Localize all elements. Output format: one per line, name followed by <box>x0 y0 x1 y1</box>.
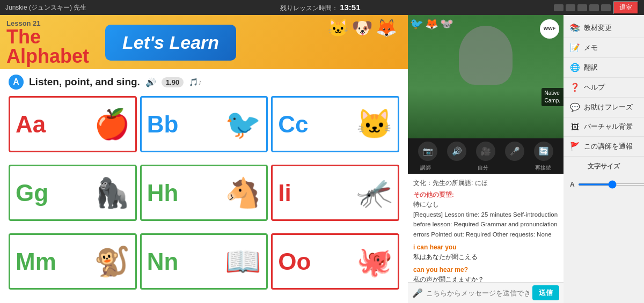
sidebar-icon-5: 🖼 <box>570 122 580 131</box>
alpha-image: 🐙 <box>356 245 392 278</box>
timer-label: 残りレッスン時間： <box>280 4 338 12</box>
sidebar: 📚教材変更📝メモ🌐翻訳❓ヘルプ💬お助けフレーズ🖼バーチャル背景🚩この講師を通報 … <box>564 15 644 303</box>
volume-button[interactable]: 🔊 <box>447 142 466 161</box>
font-size-title: 文字サイズ <box>570 162 638 171</box>
label-self: 自分 <box>478 164 488 172</box>
screen-controls: 退室 <box>554 1 639 14</box>
main-area: Lesson 21 The Alphabet Let's Learn 🐱 🐶 🦊… <box>0 15 644 303</box>
sidebar-item-4[interactable]: 💬お助けフレーズ <box>564 98 644 117</box>
speed-badge: 1.90 <box>162 77 184 87</box>
alpha-image: 🦍 <box>94 176 130 210</box>
section-a-text: Listen, point, and sing. <box>29 76 140 88</box>
alpha-image: 🦟 <box>356 176 392 210</box>
font-size-control: 文字サイズ <box>564 157 644 179</box>
camera-on-button[interactable]: 🎥 <box>476 142 495 161</box>
sidebar-item-1[interactable]: 📝メモ <box>564 38 644 58</box>
alpha-card-cc: Cc🐱 <box>271 96 399 152</box>
alpha-card-bb: Bb🐦 <box>140 96 268 152</box>
chat-message-2: can you hear me? 私の声が聞こえますか？ <box>413 265 558 282</box>
lesson-title-block: Lesson 21 The Alphabet <box>6 19 89 66</box>
sidebar-item-2[interactable]: 🌐翻訳 <box>564 58 644 78</box>
alpha-card-mm: Mm🐒 <box>9 233 137 290</box>
volume-group: 🔊 <box>447 142 466 161</box>
alpha-image: 🍎 <box>94 107 130 141</box>
lesson-title-the: The <box>6 27 89 47</box>
alpha-card-aa: Aa🍎 <box>9 96 137 152</box>
alpha-card-nn: Nn📖 <box>140 233 268 290</box>
sidebar-icon-4: 💬 <box>570 102 580 112</box>
section-a-label: A Listen, point, and sing. 🔊 1.90 🎵♪ <box>9 75 399 90</box>
font-small-label: A <box>570 181 575 188</box>
camera-off-group: 📷 <box>418 142 437 161</box>
wwf-logo: WWF <box>540 19 559 39</box>
alpha-image: 📖 <box>225 245 261 278</box>
lesson-header: Lesson 21 The Alphabet Let's Learn 🐱 🐶 🦊 <box>0 15 408 69</box>
sidebar-item-3[interactable]: ❓ヘルプ <box>564 78 644 98</box>
reconnect-button[interactable]: 🔄 <box>534 142 553 161</box>
audio-icon[interactable]: 🔊 <box>145 77 156 87</box>
send-button[interactable]: 送信 <box>532 285 559 300</box>
camera-on-group: 🎥 <box>476 142 495 161</box>
alpha-letter: Hh <box>147 181 179 205</box>
sidebar-item-0[interactable]: 📚教材変更 <box>564 18 644 38</box>
section-circle-a: A <box>9 75 24 90</box>
sidebar-icon-0: 📚 <box>570 23 580 33</box>
reconnect-group: 🔄 <box>534 142 553 161</box>
music-notes: 🎵♪ <box>189 78 202 86</box>
alphabet-grid: Aa🍎Bb🐦Cc🐱Gg🦍Hh🐴Ii🦟Mm🐒Nn📖Oo🐙 <box>0 93 408 303</box>
sidebar-label-3: ヘルプ <box>584 83 605 92</box>
camera-off-button[interactable]: 📷 <box>418 142 437 161</box>
teacher-avatar <box>459 26 513 85</box>
chat-area: 文化：先生の所属語: にほ その他の要望: 特になし [Requests] Le… <box>408 174 564 303</box>
alpha-letter: Gg <box>16 181 48 205</box>
header-decorations: 🐱 🐶 🦊 <box>327 18 397 38</box>
alpha-card-gg: Gg🦍 <box>9 165 137 221</box>
alpha-card-ii: Ii🦟 <box>271 165 399 221</box>
alpha-letter: Nn <box>147 250 179 274</box>
chat-input-row: 🎤 送信 <box>408 282 564 303</box>
alpha-card-hh: Hh🐴 <box>140 165 268 221</box>
lets-learn-banner: Let's Learn <box>105 25 236 61</box>
label-reconnect: 再接続 <box>535 164 551 172</box>
alpha-card-oo: Oo🐙 <box>271 233 399 290</box>
mic-group: 🎤 <box>505 142 524 161</box>
exit-button[interactable]: 退室 <box>613 1 639 14</box>
chat-input[interactable] <box>426 289 529 297</box>
timer-value: 13:51 <box>340 3 360 12</box>
section-a: A Listen, point, and sing. 🔊 1.90 🎵♪ <box>0 69 408 93</box>
video-area: WWF NativeCamp. 🐦 🦊 🐭 <box>408 15 564 138</box>
sidebar-item-5[interactable]: 🖼バーチャル背景 <box>564 117 644 137</box>
alpha-image: 🐴 <box>225 176 261 210</box>
alpha-letter: Bb <box>147 113 179 136</box>
lesson-area: Lesson 21 The Alphabet Let's Learn 🐱 🐶 🦊… <box>0 15 408 303</box>
alpha-image: 🐱 <box>356 107 392 141</box>
alpha-letter: Aa <box>16 113 46 136</box>
chat-requests: その他の要望: 特になし [Requests] Lesson time: 25 … <box>413 190 558 239</box>
native-camp-badge: NativeCamp. <box>541 88 564 106</box>
sidebar-icon-2: 🌐 <box>570 63 580 72</box>
alpha-letter: Ii <box>278 181 291 205</box>
alpha-letter: Oo <box>278 250 311 274</box>
alpha-letter: Mm <box>16 250 56 274</box>
alpha-image: 🐒 <box>94 245 130 278</box>
sidebar-label-1: メモ <box>584 43 598 53</box>
sidebar-items: 📚教材変更📝メモ🌐翻訳❓ヘルプ💬お助けフレーズ🖼バーチャル背景🚩この講師を通報 <box>564 18 644 157</box>
chat-message-1: i can hear you 私はあなたが聞こえる <box>413 242 558 262</box>
timer-display: 残りレッスン時間： 13:51 <box>280 3 361 13</box>
top-bar: Junskie (ジュンスキー) 先生 残りレッスン時間： 13:51 退室 <box>0 0 644 15</box>
alpha-letter: Cc <box>278 113 308 136</box>
sidebar-label-5: バーチャル背景 <box>584 122 633 131</box>
teacher-name: Junskie (ジュンスキー) 先生 <box>5 3 86 12</box>
sidebar-label-6: この講師を通報 <box>584 142 633 151</box>
sidebar-icon-3: ❓ <box>570 83 580 92</box>
mic-button[interactable]: 🎤 <box>505 142 524 161</box>
font-size-slider[interactable] <box>578 183 644 186</box>
video-controls: 📷 🔊 🎥 🎤 🔄 <box>408 138 564 164</box>
lesson-title-alphabet: Alphabet <box>6 47 89 66</box>
sidebar-item-6[interactable]: 🚩この講師を通報 <box>564 137 644 157</box>
sidebar-label-0: 教材変更 <box>584 24 612 33</box>
chat-mic-icon[interactable]: 🎤 <box>412 288 423 298</box>
chat-info: 文化：先生の所属語: にほ <box>413 178 558 188</box>
sidebar-icon-6: 🚩 <box>570 142 580 151</box>
chat-messages: 文化：先生の所属語: にほ その他の要望: 特になし [Requests] Le… <box>408 174 564 282</box>
